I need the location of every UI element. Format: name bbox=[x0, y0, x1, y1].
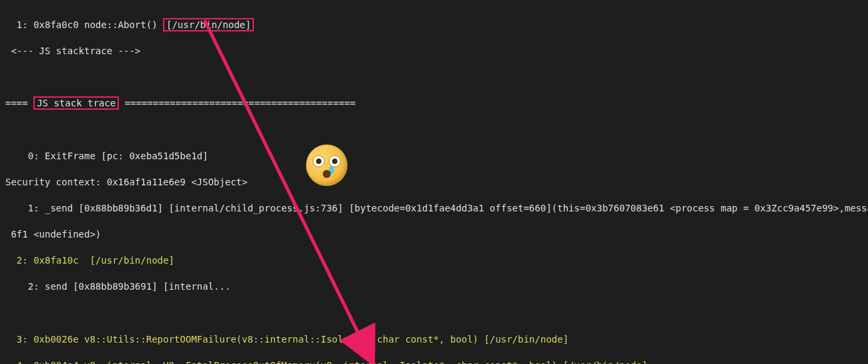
frame-2-send: 2: send [0x88bb89b3691] [internal... bbox=[5, 280, 863, 294]
stack-3: 3: 0xb0026e v8::Utils::ReportOOMFailure(… bbox=[5, 333, 863, 347]
stack-trace-header-prefix: ==== bbox=[5, 98, 33, 108]
stack-frame-2-yellow: 2: 0x8fa10c [/usr/bin/node] bbox=[5, 254, 863, 268]
frame-0: 0: ExitFrame [pc: 0xeba51d5be1d] bbox=[5, 150, 863, 163]
stack-trace-header-suffix: ========================================… bbox=[119, 98, 355, 108]
highlight-js-stack-trace: JS stack trace bbox=[33, 96, 119, 110]
sweat-emoji-icon bbox=[306, 145, 347, 186]
js-stacktrace-marker: <--- JS stacktrace ---> bbox=[5, 45, 863, 58]
stack-4: 4: 0xb004a4 v8::internal::V8::FatalProce… bbox=[5, 359, 863, 364]
frame-1-undefined: 6f1 <undefined>) bbox=[5, 228, 863, 242]
stack-line-1-prefix: 1: 0x8fa0c0 node::Abort() bbox=[5, 19, 163, 30]
highlight-usr-bin-node: [/usr/bin/node] bbox=[163, 18, 254, 31]
terminal-output: 1: 0x8fa0c0 node::Abort() [/usr/bin/node… bbox=[0, 0, 868, 364]
security-context: Security context: 0x16af1a11e6e9 <JSObje… bbox=[5, 176, 863, 189]
frame-1-send: 1: _send [0x88bb89b36d1] [internal/child… bbox=[5, 202, 863, 215]
